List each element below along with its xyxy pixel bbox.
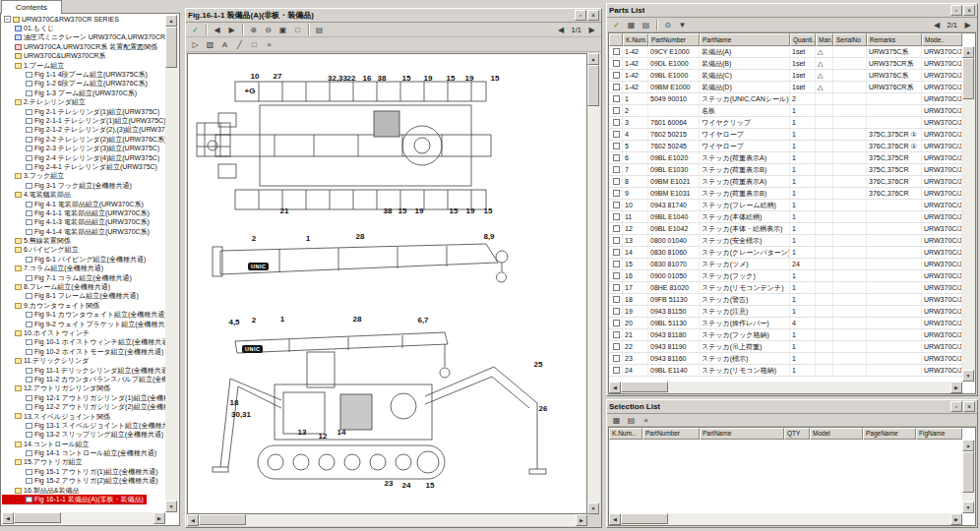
- tree-item[interactable]: URW370CA,URW370CR系 装置配置図関係: [2, 42, 165, 51]
- prev-page-icon[interactable]: ◀: [930, 19, 945, 31]
- parts-row[interactable]: 100943 81740ステッカ(フレーム絵柄)1URW370C/J: [609, 200, 962, 211]
- selection-horizontal-scrollbar[interactable]: ◀▶: [609, 513, 962, 525]
- parts-row[interactable]: 2009BL 51130ステッカ(操作レバー)4URW370C/J: [609, 318, 962, 329]
- tree-item[interactable]: Fig 2-3 テレシリンダ(3)組立(URW375C): [2, 144, 165, 152]
- column-header-3[interactable]: QTY: [784, 428, 810, 440]
- checkbox-icon[interactable]: [613, 107, 620, 114]
- tree-item[interactable]: 5.無線装置関係: [2, 236, 165, 245]
- contents-tab[interactable]: Contents: [1, 0, 62, 14]
- scroll-down-icon[interactable]: ▼: [962, 502, 974, 513]
- tree-item[interactable]: 15.アウトリガ組立: [2, 458, 165, 467]
- close-button[interactable]: ×: [587, 10, 599, 21]
- next-page-icon[interactable]: ▶: [960, 19, 975, 31]
- checkbox-icon[interactable]: [613, 272, 620, 279]
- column-header-5[interactable]: SerialNo: [833, 33, 867, 46]
- text-note-icon[interactable]: A: [217, 38, 232, 51]
- parts-row[interactable]: 150830 81070ステッカ(ツメ)24URW370C/J: [609, 259, 962, 270]
- checkbox-icon[interactable]: [613, 237, 620, 244]
- checkbox-icon[interactable]: [613, 249, 620, 256]
- column-header-0[interactable]: K.Num..: [623, 33, 648, 46]
- tree-item[interactable]: Fig 11-2 カウンタバランスバルブ組立(全機種共通): [2, 375, 165, 384]
- prev-fig-icon[interactable]: ◀: [210, 24, 224, 36]
- next-fig-icon[interactable]: ▶: [224, 24, 239, 36]
- parts-row[interactable]: 809BM E1021ステッカ(荷重表示A)1376C,376CRURW370C…: [609, 176, 962, 188]
- scroll-right-icon[interactable]: ▶: [950, 382, 962, 393]
- scroll-left-icon[interactable]: ◀: [187, 514, 199, 526]
- tree-item[interactable]: Fig 16-1-1 装備品(A)(非板・装備品): [2, 495, 147, 503]
- selection-vertical-scrollbar[interactable]: ▲▼: [962, 440, 975, 513]
- checkbox-icon[interactable]: [613, 343, 620, 350]
- checkbox-icon[interactable]: [613, 60, 620, 67]
- scroll-up-icon[interactable]: ▲: [962, 440, 974, 451]
- tree-item[interactable]: Fig 1-3 ブーム組立(URW370C系): [2, 88, 165, 97]
- checkbox-icon[interactable]: [613, 95, 620, 102]
- scroll-left-icon[interactable]: ◀: [609, 513, 621, 525]
- tree-item[interactable]: Fig 2-2 テレシリンダ(2)組立(URW376C系): [2, 135, 165, 144]
- checkbox-icon[interactable]: [613, 48, 620, 55]
- parts-row[interactable]: 1809FB 51130ステッカ(警告)1URW370C/J: [609, 294, 962, 306]
- print-icon[interactable]: ▤: [312, 24, 327, 36]
- parts-row[interactable]: 190943 81150ステッカ(注意)1URW370C/J: [609, 306, 962, 318]
- checkbox-icon[interactable]: [613, 166, 620, 173]
- parts-row[interactable]: 1708HE 81020ステッカ(リモコンデンチ)1URW370C/J: [609, 282, 962, 294]
- tree-vertical-scrollbar[interactable]: ▲▼: [165, 15, 178, 512]
- checkbox-icon[interactable]: [613, 143, 620, 149]
- viewer-horizontal-scrollbar[interactable]: ◀▶: [187, 514, 587, 526]
- scrollbar-thumb[interactable]: [199, 514, 246, 525]
- column-header-2[interactable]: PartName: [700, 428, 784, 440]
- checkbox-icon[interactable]: [613, 213, 620, 220]
- parts-row[interactable]: 909BM E1031ステッカ(荷重表示B)1376C,376CRURW370C…: [609, 188, 962, 200]
- tree-item[interactable]: 8.フレーム組立(全機種共通): [2, 282, 165, 291]
- column-header-1[interactable]: PartNumber: [648, 33, 700, 46]
- tree-item[interactable]: Fig 9-1 カウンタウェイト組立(全機種共通): [2, 311, 165, 320]
- column-header-4[interactable]: Model: [810, 428, 863, 440]
- parts-row[interactable]: 57602 50245ワイヤロープ1376C,376CR ①URW370C/J: [609, 141, 962, 152]
- delete-icon[interactable]: ×: [639, 414, 653, 427]
- tree-item[interactable]: 1.ブーム組立: [2, 61, 165, 70]
- column-header-7[interactable]: Mode..: [922, 33, 962, 46]
- checkbox-icon[interactable]: [613, 119, 620, 126]
- checkbox-icon[interactable]: [613, 190, 620, 197]
- grid-icon[interactable]: ▦: [609, 414, 624, 427]
- scroll-down-icon[interactable]: ▼: [587, 502, 599, 514]
- tree-item[interactable]: Fig 10-1 ホイストウィンチ組立(全機種共通): [2, 338, 165, 347]
- parts-row[interactable]: 130800 01040ステッカ(安全標示)1URW370C/J: [609, 235, 962, 247]
- tree-item[interactable]: 2.テレシリンダ組立: [2, 98, 165, 107]
- search-icon[interactable]: ⊙: [660, 19, 675, 31]
- checkbox-icon[interactable]: [613, 331, 620, 338]
- column-header-6[interactable]: Remarks: [867, 33, 922, 46]
- highlight-icon[interactable]: ▧: [203, 38, 217, 51]
- checkbox-icon[interactable]: [613, 225, 620, 232]
- float-button[interactable]: ▫: [950, 401, 962, 412]
- tree-horizontal-scrollbar[interactable]: ◀▶: [2, 512, 165, 524]
- parts-vertical-scrollbar[interactable]: ▲▼: [962, 46, 975, 382]
- tree-item[interactable]: 16.製品品&装備品: [2, 486, 165, 495]
- column-header-5[interactable]: PageName: [863, 428, 916, 440]
- collapse-icon[interactable]: −: [4, 16, 11, 23]
- delete-note-icon[interactable]: ×: [262, 38, 276, 51]
- parts-row[interactable]: 2名板1URW370C/J: [609, 105, 962, 117]
- tree-item[interactable]: Fig 12-2 アウトリガシリンダ(2)組立(全機種共通): [2, 402, 165, 411]
- tree-item[interactable]: Fig 8-1 フレーム組立(全機種共通): [2, 292, 165, 301]
- prev-page-icon[interactable]: ◀: [554, 24, 569, 36]
- tree-item[interactable]: 9.カウンタウェイト関係: [2, 301, 165, 310]
- checkbox-icon[interactable]: [613, 320, 620, 326]
- parts-row[interactable]: 1-4209DL E1000装備品(B)1set△URW375CR系URW370…: [609, 58, 962, 70]
- scroll-right-icon[interactable]: ▶: [153, 512, 165, 524]
- viewer-vertical-scrollbar[interactable]: ▲▼: [587, 53, 600, 514]
- tree-item[interactable]: 7.コラム組立(全機種共通): [2, 265, 165, 273]
- checkbox-icon[interactable]: [613, 367, 620, 374]
- tree-item[interactable]: Fig 6-1 パイピング組立(全機種共通): [2, 255, 165, 264]
- tree-item[interactable]: 14.コントロール組立: [2, 440, 165, 448]
- pointer-icon[interactable]: ▷: [188, 38, 203, 51]
- parts-row[interactable]: 609BL E1020ステッカ(荷重表示A)1375C,375CRURW370C…: [609, 152, 962, 164]
- checkbox-icon[interactable]: [613, 72, 620, 79]
- parts-horizontal-scrollbar[interactable]: ◀▶: [609, 382, 962, 393]
- close-button[interactable]: ×: [963, 5, 975, 16]
- tree-item[interactable]: 10.ホイストウィンチ: [2, 328, 165, 337]
- checkbox-icon[interactable]: [613, 296, 620, 303]
- close-button[interactable]: ×: [963, 401, 975, 412]
- tree-item[interactable]: Fig 1-2 6段ブーム組立(URW376C系): [2, 80, 165, 88]
- tree-item[interactable]: Fig 12-1 アウトリガシリンダ(1)組立(全機種共通): [2, 393, 165, 402]
- float-button[interactable]: ▫: [575, 10, 586, 21]
